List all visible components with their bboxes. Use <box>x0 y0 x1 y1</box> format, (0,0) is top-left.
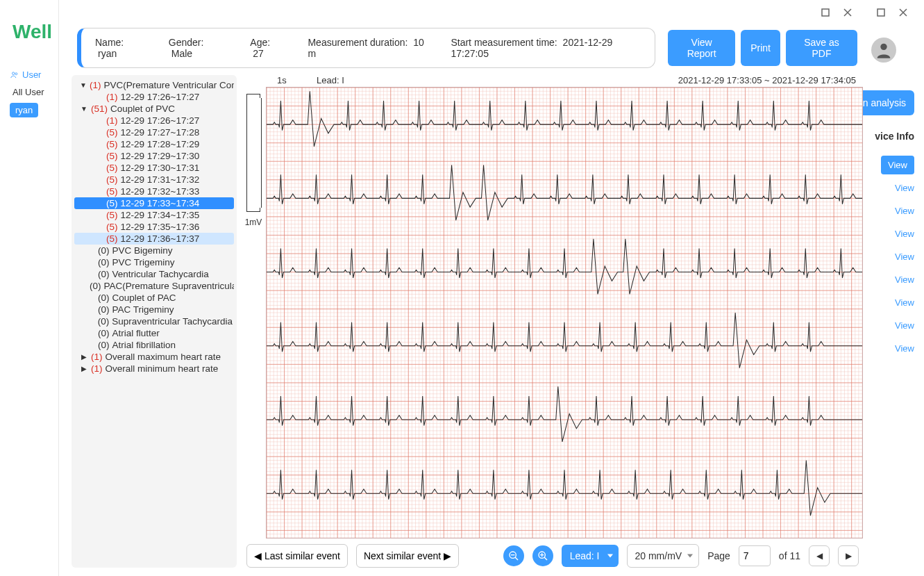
outer-close-button[interactable] <box>895 4 912 21</box>
event-tree[interactable]: ▼(1) PVC(Premature Ventricular Contr...(… <box>72 75 237 568</box>
time-scale-label: 1s <box>277 75 287 85</box>
device-info-header-fragment: vice Info <box>870 131 914 142</box>
view-link[interactable]: View <box>870 229 914 239</box>
tree-leaf[interactable]: (5) 12-29 17:27~17:28 <box>74 126 234 138</box>
tree-node-pvc[interactable]: ▼(1) PVC(Premature Ventricular Contr... <box>74 79 234 91</box>
caret-right-icon: ▶ <box>444 550 451 561</box>
view-link[interactable]: View <box>870 206 914 216</box>
ecg-timestamp: 2021-12-29 17:33:05 ~ 2021-12-29 17:34:0… <box>678 75 856 85</box>
ecg-panel: 1s Lead: I 2021-12-29 17:33:05 ~ 2021-12… <box>242 75 863 568</box>
tree-leaf[interactable]: (5) 12-29 17:28~17:29 <box>74 138 234 150</box>
main-content-row: ▼(1) PVC(Premature Ventricular Contr...(… <box>72 75 863 568</box>
svg-point-3 <box>12 72 15 74</box>
caret-left-icon: ◀ <box>254 550 262 561</box>
svg-rect-0 <box>822 9 829 16</box>
save-pdf-button[interactable]: Save as PDF <box>786 30 857 66</box>
header-buttons: View Report Print Save as PDF <box>668 30 857 66</box>
user-header-label: User <box>22 69 41 80</box>
page-input[interactable] <box>739 545 771 566</box>
tree-leaf[interactable]: (1) 12-29 17:26~17:27 <box>74 115 234 126</box>
zoom-in-button[interactable] <box>532 545 553 566</box>
svg-point-4 <box>15 72 17 74</box>
tree-leaf[interactable]: (5) 12-29 17:36~17:37 <box>74 233 234 245</box>
lead-select[interactable]: Lead: I <box>562 545 619 567</box>
right-panel-fragment: vice Info View View View View View View … <box>870 131 914 366</box>
user-icon <box>874 40 893 60</box>
tree-node-zero[interactable]: (0) Couplet of PAC <box>74 292 234 304</box>
tree-node-zero[interactable]: (0) Atrial flutter <box>74 327 234 339</box>
last-similar-event-button[interactable]: ◀Last similar event <box>246 544 348 568</box>
view-link[interactable]: View <box>870 343 914 354</box>
tree-leaf[interactable]: (5) 12-29 17:29~17:30 <box>74 150 234 162</box>
print-button[interactable]: Print <box>741 30 780 66</box>
gain-select[interactable]: 20 mm/mV <box>627 544 699 568</box>
vertical-separator <box>58 0 59 576</box>
user-panel-header: User <box>10 69 58 80</box>
main-card: Name: ryan Gender: Male Age: 27 Measurem… <box>72 28 863 569</box>
page-total: of 11 <box>779 550 800 561</box>
selected-user-item[interactable]: ryan <box>10 103 38 117</box>
lead-label: Lead: I <box>317 75 344 85</box>
ecg-top-labels: 1s Lead: I 2021-12-29 17:33:05 ~ 2021-12… <box>242 75 863 87</box>
view-link[interactable]: View <box>870 183 914 193</box>
ecg-footer-controls: ◀Last similar event Next similar event▶ … <box>242 538 863 568</box>
tree-node-zero[interactable]: (0) Supraventricular Tachycardia <box>74 315 234 327</box>
tree-node-zero[interactable]: (0) Atrial fibrillation <box>74 339 234 351</box>
outer-window-controls <box>867 4 917 21</box>
view-link[interactable]: View <box>870 274 914 285</box>
view-link[interactable]: View <box>870 297 914 308</box>
tree-leaf[interactable]: (1) 12-29 17:26~17:27 <box>74 91 234 103</box>
tree-node-zero[interactable]: (0) PAC(Premature Supraventricular ... <box>74 280 234 292</box>
ecg-waveform-area[interactable] <box>266 87 863 538</box>
avatar[interactable] <box>871 38 896 63</box>
tree-leaf[interactable]: (5) 12-29 17:31~17:32 <box>74 174 234 186</box>
ecg-scale-lead: 1s Lead: I <box>277 75 344 85</box>
outer-minimize-button[interactable] <box>873 4 889 21</box>
amplitude-label: 1mV <box>245 217 262 227</box>
inner-minimize-button[interactable] <box>817 4 834 21</box>
brand-logo: Well <box>12 21 52 43</box>
patient-gender-field: Gender: Male <box>169 37 227 59</box>
inner-close-button[interactable] <box>839 4 856 21</box>
view-button-primary[interactable]: View <box>881 156 914 174</box>
titlebar <box>805 0 924 25</box>
tree-leaf[interactable]: (5) 12-29 17:33~17:34 <box>74 197 234 209</box>
tree-node-hrmax[interactable]: ▶(1) Overall maximum heart rate <box>74 351 234 363</box>
view-link[interactable]: View <box>870 252 914 262</box>
calibration-column: 1mV <box>242 87 266 538</box>
tree-node-zero[interactable]: (0) Ventricular Tachycardia <box>74 268 234 280</box>
tree-leaf[interactable]: (5) 12-29 17:34~17:35 <box>74 209 234 221</box>
view-report-button[interactable]: View Report <box>668 30 735 66</box>
patient-start-field: Start measurement time: 2021-12-29 17:27… <box>451 37 641 59</box>
tree-node-zero[interactable]: (0) PVC Trigeminy <box>74 256 234 268</box>
tree-node-zero[interactable]: (0) PAC Trigeminy <box>74 304 234 315</box>
tree-leaf[interactable]: (5) 12-29 17:35~17:36 <box>74 221 234 233</box>
users-icon <box>10 70 19 80</box>
user-panel: User All User ryan <box>10 69 58 117</box>
page-next-button[interactable]: ▶ <box>838 545 859 566</box>
zoom-out-button[interactable] <box>503 545 524 566</box>
page-prev-button[interactable]: ◀ <box>809 545 830 566</box>
patient-info-box: Name: ryan Gender: Male Age: 27 Measurem… <box>77 28 655 68</box>
all-user-item[interactable]: All User <box>10 85 58 99</box>
page-label: Page <box>707 550 730 561</box>
tree-leaf[interactable]: (5) 12-29 17:32~17:33 <box>74 186 234 197</box>
view-link[interactable]: View <box>870 320 914 331</box>
tree-leaf[interactable]: (5) 12-29 17:30~17:31 <box>74 162 234 174</box>
patient-duration-field: Measurement duration: 10 m <box>308 37 427 59</box>
svg-rect-1 <box>877 9 884 16</box>
patient-age-field: Age: 27 <box>250 37 284 59</box>
analysis-button-fragment[interactable]: n analysis <box>855 90 914 115</box>
inner-window-controls <box>812 4 862 21</box>
patient-name-field: Name: ryan <box>95 37 145 59</box>
next-similar-event-button[interactable]: Next similar event▶ <box>356 544 459 568</box>
tree-node-hrmin[interactable]: ▶(1) Overall minimum heart rate <box>74 363 234 375</box>
tree-node-couplet-pvc[interactable]: ▼(51) Couplet of PVC <box>74 103 234 115</box>
tree-node-zero[interactable]: (0) PVC Bigeminy <box>74 245 234 256</box>
svg-point-2 <box>880 44 887 50</box>
ecg-grid-wrap: 1mV <box>242 87 863 538</box>
patient-header-row: Name: ryan Gender: Male Age: 27 Measurem… <box>72 28 863 68</box>
